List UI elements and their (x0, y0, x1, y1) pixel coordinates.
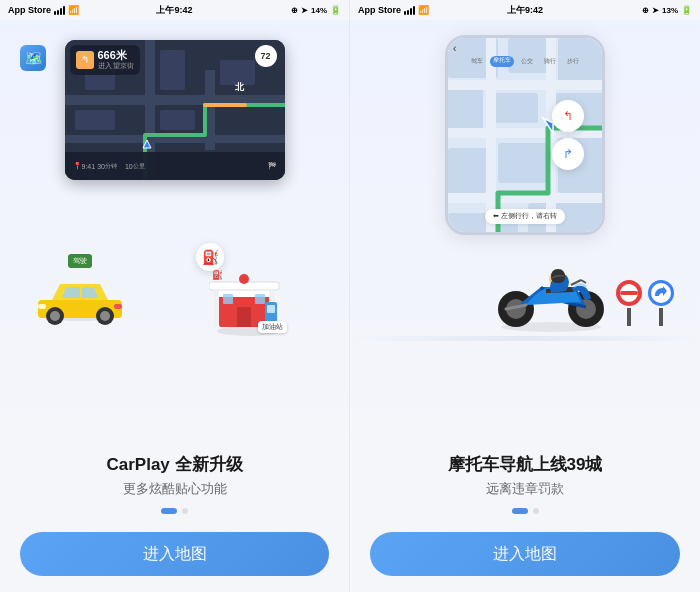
signal-icon-right (404, 6, 415, 15)
tab-walk: 步行 (563, 56, 583, 67)
tab-drive: 驾车 (467, 56, 487, 67)
svg-rect-41 (498, 143, 548, 183)
svg-rect-37 (448, 88, 483, 133)
battery-icon-right: 🔋 (681, 5, 692, 15)
moto-enter-button[interactable]: 进入地图 (370, 532, 680, 576)
svg-rect-6 (160, 50, 185, 90)
time-left: 上午9:42 (156, 4, 192, 17)
status-left-right: App Store 📶 (358, 5, 429, 15)
road-signs (615, 278, 675, 326)
tab-moto: 摩托车 (490, 56, 514, 67)
no-entry-sign (615, 278, 643, 326)
svg-rect-30 (267, 305, 275, 313)
speed-limit: 72 (255, 45, 277, 67)
carplay-tag: 驾驶 (68, 254, 92, 268)
arrow-icon: ➤ (301, 6, 308, 15)
carplay-panel: App Store 📶 上午9:42 ⊕ ➤ 14% 🔋 (0, 0, 350, 592)
svg-rect-19 (114, 304, 122, 309)
svg-point-15 (50, 311, 60, 321)
car-svg (30, 272, 130, 327)
carplay-app-icon: 🗺️ (20, 45, 46, 71)
right-arrow-btn: ↱ (552, 138, 584, 170)
dot-1 (161, 508, 177, 514)
svg-rect-24 (214, 290, 218, 327)
car-illustration: 驾驶 (30, 272, 130, 331)
carplay-screen: 北 ↰ 666米 进入 望京街 72 📍 9:41 (65, 40, 285, 180)
svg-point-17 (100, 311, 110, 321)
moto-svg (486, 257, 616, 332)
svg-rect-18 (38, 304, 46, 309)
moto-scene: 驾车 摩托车 公交 骑行 步行 ‹ ↰ ↱ ⬅ 左侧行行，请右转 (350, 20, 700, 441)
battery-pct-left: 14% (311, 6, 327, 15)
cp-time: 9:41 (82, 163, 96, 170)
battery-icon-left: 🔋 (330, 5, 341, 15)
ground-line (350, 336, 700, 341)
nav-info: 666米 进入 望京街 (98, 49, 135, 71)
motorcycle-illustration (486, 257, 616, 336)
motorcycle-panel: App Store 📶 上午9:42 ⊕ ➤ 13% 🔋 (350, 0, 700, 592)
carplay-subtitle: 更多炫酷贴心功能 (20, 480, 329, 498)
carplay-illustration: 北 ↰ 666米 进入 望京街 72 📍 9:41 (0, 20, 349, 441)
moto-dots (370, 508, 680, 514)
tab-bus: 公交 (517, 56, 537, 67)
wifi-icon: 📶 (68, 5, 79, 15)
cp-km: 10 (125, 163, 133, 170)
turn-sign (647, 278, 675, 326)
nav-distance: 666米 (98, 49, 135, 62)
phone-mockup: 驾车 摩托车 公交 骑行 步行 ‹ ↰ ↱ ⬅ 左侧行行，请右转 (445, 35, 605, 235)
carplay-bottom-bar: 📍 9:41 30 分钟 10 公里 🏁 (65, 152, 285, 180)
moto-dot-1 (512, 508, 528, 514)
cp-icon: 📍 (73, 162, 82, 170)
svg-rect-45 (448, 80, 605, 90)
carplay-text-section: CarPlay 全新升级 更多炫酷贴心功能 (0, 441, 349, 532)
phone-mockup-inner: 驾车 摩托车 公交 骑行 步行 ‹ ↰ ↱ ⬅ 左侧行行，请右转 (448, 38, 602, 232)
status-right-left: ⊕ ➤ 14% 🔋 (291, 5, 341, 15)
time-right: 上午9:42 (507, 4, 543, 17)
cp-flag: 🏁 (268, 162, 277, 170)
svg-rect-27 (223, 294, 233, 304)
mockup-tab-bar: 驾车 摩托车 公交 骑行 步行 (448, 56, 602, 67)
location-icon: ⊕ (291, 6, 298, 15)
svg-rect-59 (627, 308, 631, 326)
nav-arrows-container: ↰ ↱ (552, 100, 584, 170)
wifi-icon-right: 📶 (418, 5, 429, 15)
moto-dot-2 (533, 508, 539, 514)
turn-arrow: ↰ (76, 51, 94, 69)
svg-rect-26 (237, 307, 251, 327)
carplay-title: CarPlay 全新升级 (20, 453, 329, 476)
moto-subtitle: 远离违章罚款 (370, 480, 680, 498)
svg-rect-38 (493, 93, 538, 123)
svg-rect-63 (659, 308, 663, 326)
svg-text:北: 北 (234, 82, 245, 92)
cp-min-unit: 分钟 (105, 162, 117, 171)
fuel-icon: ⛽ (196, 243, 224, 271)
battery-pct-right: 13% (662, 6, 678, 15)
gas-label: 加油站 (258, 321, 287, 333)
svg-rect-40 (448, 148, 488, 198)
svg-point-31 (239, 274, 249, 284)
carplay-enter-button[interactable]: 进入地图 (20, 532, 329, 576)
svg-rect-9 (160, 110, 195, 130)
cp-min: 30 (97, 163, 105, 170)
status-bar-left: App Store 📶 上午9:42 ⊕ ➤ 14% 🔋 (0, 0, 349, 20)
tab-bike: 骑行 (540, 56, 560, 67)
cp-km-unit: 公里 (133, 162, 145, 171)
carplay-dots (20, 508, 329, 514)
nav-street: 进入 望京街 (98, 62, 135, 70)
dot-2 (182, 508, 188, 514)
app-store-label-right: App Store (358, 5, 401, 15)
mockup-bottom-label: ⬅ 左侧行行，请右转 (485, 209, 565, 224)
app-store-label: App Store (8, 5, 51, 15)
svg-rect-48 (486, 38, 496, 235)
signal-icon (54, 6, 65, 15)
carplay-nav-bar: ↰ 666米 进入 望京街 (70, 45, 141, 75)
status-right-right: ⊕ ➤ 13% 🔋 (642, 5, 692, 15)
svg-line-58 (581, 280, 586, 283)
mockup-back-arrow: ‹ (453, 43, 456, 54)
arrow-icon-right: ➤ (652, 6, 659, 15)
carplay-scene: 北 ↰ 666米 进入 望京街 72 📍 9:41 (0, 20, 349, 441)
svg-rect-28 (255, 294, 265, 304)
left-arrow-btn: ↰ (552, 100, 584, 132)
moto-text-section: 摩托车导航上线39城 远离违章罚款 (350, 441, 700, 532)
moto-illustration-area: 驾车 摩托车 公交 骑行 步行 ‹ ↰ ↱ ⬅ 左侧行行，请右转 (350, 20, 700, 441)
